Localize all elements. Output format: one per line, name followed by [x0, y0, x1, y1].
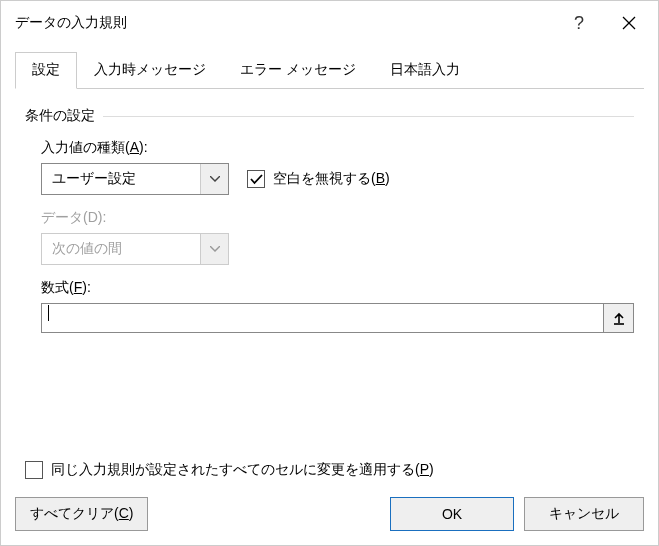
data-label: データ(D):	[41, 209, 634, 227]
dialog-footer: すべてクリア(C) OK キャンセル	[1, 493, 658, 545]
group-divider	[103, 116, 634, 117]
tab-strip: 設定 入力時メッセージ エラー メッセージ 日本語入力	[1, 45, 658, 89]
tab-settings[interactable]: 設定	[15, 52, 77, 89]
tab-content: 条件の設定 入力値の種類(A): ユーザー設定	[1, 89, 658, 455]
clear-all-button[interactable]: すべてクリア(C)	[15, 497, 148, 531]
formula-input[interactable]	[41, 303, 604, 333]
dialog-title: データの入力規則	[15, 14, 554, 32]
close-icon	[622, 16, 636, 30]
chevron-down-icon	[210, 176, 220, 182]
close-button[interactable]	[604, 3, 654, 43]
formula-range-selector-button[interactable]	[604, 303, 634, 333]
apply-all-row: 同じ入力規則が設定されたすべてのセルに変更を適用する(P)	[25, 461, 634, 479]
ok-button[interactable]: OK	[390, 497, 514, 531]
group-header: 条件の設定	[25, 107, 634, 125]
spacer	[158, 497, 380, 531]
text-cursor	[48, 305, 49, 321]
tab-input-message[interactable]: 入力時メッセージ	[77, 52, 223, 89]
ignore-blank-label: 空白を無視する(B)	[273, 170, 390, 188]
allow-label: 入力値の種類(A):	[41, 139, 634, 157]
data-dropdown-button	[200, 234, 228, 264]
data-dropdown: 次の値の間	[41, 233, 229, 265]
help-button[interactable]: ?	[554, 3, 604, 43]
group-label: 条件の設定	[25, 107, 95, 125]
allow-dropdown[interactable]: ユーザー設定	[41, 163, 229, 195]
collapse-dialog-icon	[613, 312, 625, 325]
formula-label: 数式(F):	[41, 279, 634, 297]
data-validation-dialog: データの入力規則 ? 設定 入力時メッセージ エラー メッセージ 日本語入力 条…	[0, 0, 659, 546]
chevron-down-icon	[210, 246, 220, 252]
titlebar: データの入力規則 ?	[1, 1, 658, 45]
allow-dropdown-button[interactable]	[200, 164, 228, 194]
cancel-button[interactable]: キャンセル	[524, 497, 644, 531]
apply-all-label: 同じ入力規則が設定されたすべてのセルに変更を適用する(P)	[51, 461, 434, 479]
ignore-blank-row: 空白を無視する(B)	[247, 170, 390, 188]
data-value: 次の値の間	[42, 240, 200, 258]
allow-value: ユーザー設定	[42, 170, 200, 188]
tab-ime-mode[interactable]: 日本語入力	[373, 52, 477, 89]
ignore-blank-checkbox[interactable]	[247, 170, 265, 188]
apply-all-checkbox	[25, 461, 43, 479]
check-icon	[250, 174, 263, 185]
tab-error-alert[interactable]: エラー メッセージ	[223, 52, 373, 89]
